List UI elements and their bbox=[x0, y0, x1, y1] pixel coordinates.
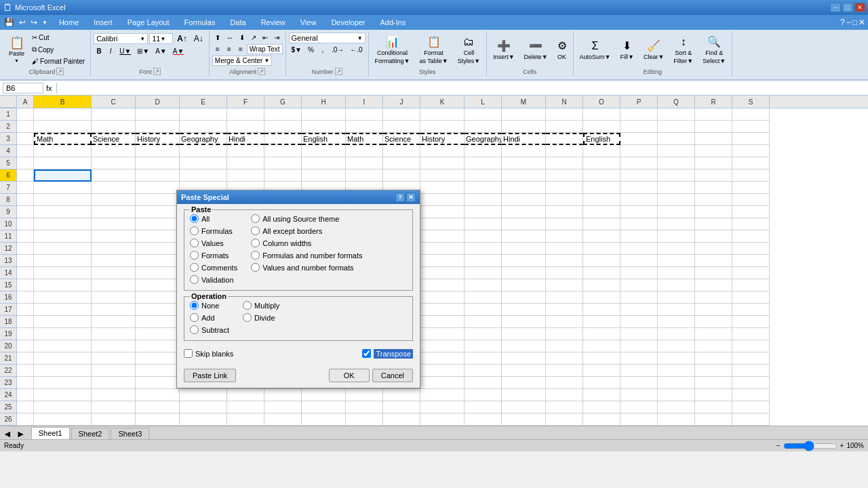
cell-f3[interactable]: Hindi bbox=[227, 133, 264, 145]
fill-color-button[interactable]: A▼ bbox=[153, 46, 170, 56]
cell-r9[interactable] bbox=[695, 206, 732, 218]
cell-p16[interactable] bbox=[620, 291, 658, 304]
cell-q5[interactable] bbox=[658, 157, 695, 169]
cell-k4[interactable] bbox=[420, 145, 465, 157]
cell-s1[interactable] bbox=[732, 108, 770, 121]
cell-o18[interactable] bbox=[583, 316, 620, 328]
cell-r24[interactable] bbox=[695, 389, 732, 401]
sheet-tab-2[interactable]: Sheet2 bbox=[71, 428, 110, 439]
cell-a10[interactable] bbox=[17, 218, 34, 230]
cell-c21[interactable] bbox=[92, 352, 136, 365]
cell-o5[interactable] bbox=[583, 157, 620, 169]
cell-g5[interactable] bbox=[264, 157, 302, 169]
cell-b1[interactable] bbox=[34, 108, 92, 121]
number-expand-icon[interactable]: ↗ bbox=[335, 68, 342, 75]
cell-p14[interactable] bbox=[620, 267, 658, 279]
paste-link-button[interactable]: Paste Link bbox=[184, 369, 236, 382]
cell-h1[interactable] bbox=[302, 108, 346, 121]
cell-n20[interactable] bbox=[546, 340, 583, 352]
cell-p15[interactable] bbox=[620, 279, 658, 291]
cell-d25[interactable] bbox=[136, 401, 180, 413]
italic-button[interactable]: I bbox=[105, 46, 116, 56]
cell-c19[interactable] bbox=[92, 328, 136, 340]
cell-i24[interactable] bbox=[346, 389, 383, 401]
cell-i25[interactable] bbox=[346, 401, 383, 413]
cell-e3[interactable]: Geography bbox=[180, 133, 227, 145]
cell-e4[interactable] bbox=[180, 145, 227, 157]
cell-r14[interactable] bbox=[695, 267, 732, 279]
cell-k3[interactable]: History bbox=[420, 133, 465, 145]
cell-r15[interactable] bbox=[695, 279, 732, 291]
cell-n8[interactable] bbox=[546, 194, 583, 206]
cell-d9[interactable] bbox=[136, 206, 180, 218]
cell-l8[interactable] bbox=[465, 194, 502, 206]
row-header-12[interactable]: 12 bbox=[0, 243, 17, 255]
cell-n7[interactable] bbox=[546, 182, 583, 194]
cell-n23[interactable] bbox=[546, 377, 583, 389]
align-left-button[interactable]: ≡ bbox=[212, 44, 223, 54]
cell-d23[interactable] bbox=[136, 377, 180, 389]
fill-button[interactable]: ⬇ Fill▼ bbox=[616, 33, 637, 67]
cell-s15[interactable] bbox=[732, 279, 770, 291]
increase-decimal-button[interactable]: .0→ bbox=[329, 45, 347, 55]
cell-a26[interactable] bbox=[17, 413, 34, 426]
cell-k14[interactable] bbox=[420, 267, 465, 279]
formula-input[interactable] bbox=[60, 84, 865, 92]
cell-q8[interactable] bbox=[658, 194, 695, 206]
tab-home[interactable]: Home bbox=[52, 16, 86, 30]
cell-a1[interactable] bbox=[17, 108, 34, 121]
cell-n15[interactable] bbox=[546, 279, 583, 291]
indent-increase-button[interactable]: ⇥ bbox=[271, 33, 282, 43]
cell-m22[interactable] bbox=[502, 365, 546, 377]
cell-r23[interactable] bbox=[695, 377, 732, 389]
cell-c26[interactable] bbox=[92, 413, 136, 426]
cell-n13[interactable] bbox=[546, 255, 583, 267]
cell-k2[interactable] bbox=[420, 121, 465, 133]
cell-c2[interactable] bbox=[92, 121, 136, 133]
cell-k8[interactable] bbox=[420, 194, 465, 206]
cell-a6[interactable] bbox=[17, 169, 34, 182]
cell-h24[interactable] bbox=[302, 389, 346, 401]
col-header-b[interactable]: B bbox=[34, 96, 92, 108]
row-header-17[interactable]: 17 bbox=[0, 304, 17, 316]
cell-m10[interactable] bbox=[502, 218, 546, 230]
cancel-button[interactable]: Cancel bbox=[372, 369, 413, 382]
cell-q17[interactable] bbox=[658, 304, 695, 316]
paste-comments-radio[interactable] bbox=[190, 263, 199, 272]
align-middle-button[interactable]: ↔ bbox=[224, 33, 236, 43]
cell-o26[interactable] bbox=[583, 413, 620, 426]
cell-q22[interactable] bbox=[658, 365, 695, 377]
cell-l20[interactable] bbox=[465, 340, 502, 352]
col-header-d[interactable]: D bbox=[136, 96, 180, 108]
cell-r12[interactable] bbox=[695, 243, 732, 255]
cell-s26[interactable] bbox=[732, 413, 770, 426]
cell-c10[interactable] bbox=[92, 218, 136, 230]
row-header-4[interactable]: 4 bbox=[0, 145, 17, 157]
function-wizard-icon[interactable]: fx bbox=[45, 84, 54, 92]
font-size-dropdown[interactable]: 11 ▼ bbox=[149, 33, 173, 44]
font-expand-icon[interactable]: ↗ bbox=[153, 68, 161, 75]
cell-d5[interactable] bbox=[136, 157, 180, 169]
col-header-k[interactable]: K bbox=[420, 96, 465, 108]
cell-s10[interactable] bbox=[732, 218, 770, 230]
cell-a9[interactable] bbox=[17, 206, 34, 218]
cell-k10[interactable] bbox=[420, 218, 465, 230]
col-header-p[interactable]: P bbox=[620, 96, 658, 108]
cell-l10[interactable] bbox=[465, 218, 502, 230]
cell-s17[interactable] bbox=[732, 304, 770, 316]
cell-s8[interactable] bbox=[732, 194, 770, 206]
cell-m20[interactable] bbox=[502, 340, 546, 352]
row-header-16[interactable]: 16 bbox=[0, 291, 17, 304]
cell-p11[interactable] bbox=[620, 230, 658, 243]
row-header-24[interactable]: 24 bbox=[0, 389, 17, 401]
cell-n14[interactable] bbox=[546, 267, 583, 279]
cell-d17[interactable] bbox=[136, 304, 180, 316]
cell-a19[interactable] bbox=[17, 328, 34, 340]
cell-l3[interactable]: Geography bbox=[465, 133, 502, 145]
cell-s18[interactable] bbox=[732, 316, 770, 328]
cell-l21[interactable] bbox=[465, 352, 502, 365]
cell-d7[interactable] bbox=[136, 182, 180, 194]
transpose-checkbox[interactable] bbox=[362, 349, 371, 358]
col-header-f[interactable]: F bbox=[227, 96, 264, 108]
cell-o12[interactable] bbox=[583, 243, 620, 255]
